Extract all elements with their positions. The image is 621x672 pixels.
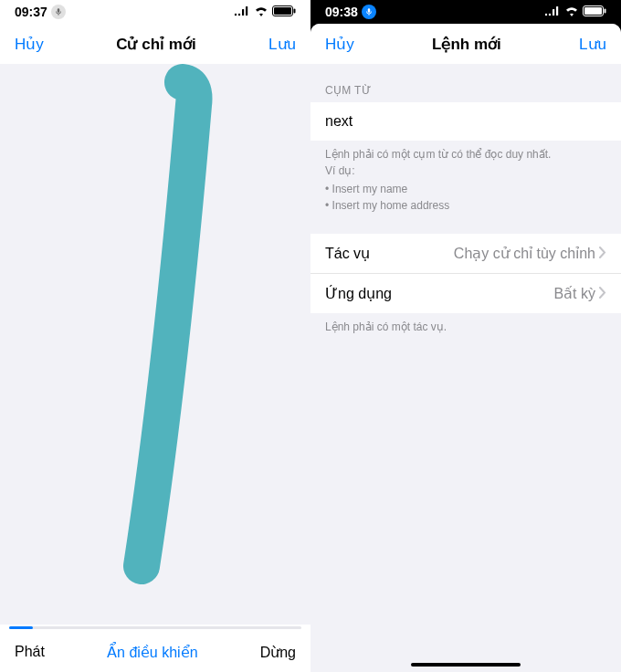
hint-line: Ví dụ: bbox=[325, 163, 606, 179]
footer-hint: Lệnh phải có một tác vụ. bbox=[310, 313, 621, 335]
application-row[interactable]: Ứng dụng Bất kỳ bbox=[310, 273, 621, 313]
phone-right: 09:38 Hủy Lệnh mới Lưu CỤM TỪ bbox=[310, 0, 621, 672]
phone-left: 09:37 Hủy Cử chỉ mới Lưu Ph bbox=[0, 0, 310, 672]
row-label: Tác vụ bbox=[325, 245, 370, 262]
cancel-button[interactable]: Hủy bbox=[15, 35, 44, 54]
section-header-phrase: CỤM TỪ bbox=[310, 64, 621, 102]
form-content: CỤM TỪ Lệnh phải có một cụm từ có thể đọ… bbox=[310, 64, 621, 672]
svg-rect-2 bbox=[242, 9, 244, 16]
gesture-stroke bbox=[0, 64, 310, 621]
hint-example: Insert my name bbox=[325, 181, 606, 197]
mic-icon bbox=[51, 5, 66, 19]
bottom-toolbar: Phát Ẩn điều khiển Dừng bbox=[0, 632, 310, 672]
progress-bar[interactable] bbox=[0, 625, 310, 632]
battery-icon bbox=[583, 5, 606, 19]
chevron-right-icon bbox=[599, 246, 606, 262]
svg-rect-6 bbox=[294, 9, 296, 14]
gesture-canvas[interactable] bbox=[0, 64, 310, 625]
phrase-hint: Lệnh phải có một cụm từ có thể đọc duy n… bbox=[310, 141, 621, 214]
hint-example: Insert my home address bbox=[325, 197, 606, 214]
svg-point-8 bbox=[549, 14, 551, 16]
hint-line: Lệnh phải có một cụm từ có thể đọc duy n… bbox=[325, 146, 606, 163]
action-row[interactable]: Tác vụ Chạy cử chỉ tùy chỉnh bbox=[310, 234, 621, 273]
svg-point-1 bbox=[238, 14, 240, 16]
signal-icon bbox=[544, 5, 561, 19]
svg-rect-10 bbox=[556, 6, 558, 16]
row-value: Bất kỳ bbox=[553, 285, 595, 302]
phrase-input[interactable] bbox=[325, 113, 606, 130]
wifi-icon bbox=[564, 5, 579, 19]
chevron-right-icon bbox=[599, 286, 606, 302]
phrase-input-row[interactable] bbox=[310, 102, 621, 141]
svg-rect-3 bbox=[246, 6, 247, 16]
status-bar: 09:38 bbox=[310, 0, 621, 24]
svg-rect-9 bbox=[553, 9, 554, 16]
mic-icon bbox=[362, 5, 376, 19]
svg-rect-12 bbox=[584, 7, 602, 15]
nav-title: Lệnh mới bbox=[432, 35, 501, 54]
settings-group: Tác vụ Chạy cử chỉ tùy chỉnh Ứng dụng Bấ… bbox=[310, 234, 621, 313]
nav-bar: Hủy Cử chỉ mới Lưu bbox=[0, 24, 310, 64]
save-button[interactable]: Lưu bbox=[579, 35, 606, 54]
svg-rect-5 bbox=[274, 7, 291, 15]
row-label: Ứng dụng bbox=[325, 285, 392, 302]
battery-icon bbox=[272, 5, 296, 19]
status-time: 09:37 bbox=[15, 5, 47, 19]
svg-rect-13 bbox=[605, 9, 606, 14]
svg-point-0 bbox=[235, 14, 237, 16]
play-button[interactable]: Phát bbox=[15, 644, 45, 660]
signal-icon bbox=[234, 5, 250, 19]
status-bar: 09:37 bbox=[0, 0, 310, 24]
cancel-button[interactable]: Hủy bbox=[325, 35, 354, 54]
home-indicator[interactable] bbox=[411, 663, 521, 667]
stop-button[interactable]: Dừng bbox=[260, 644, 296, 661]
svg-point-7 bbox=[545, 14, 547, 16]
nav-bar: Hủy Lệnh mới Lưu bbox=[310, 24, 621, 64]
status-time: 09:38 bbox=[325, 5, 358, 19]
hide-controls-button[interactable]: Ẩn điều khiển bbox=[107, 644, 198, 661]
row-value: Chạy cử chỉ tùy chỉnh bbox=[454, 245, 595, 262]
wifi-icon bbox=[254, 5, 268, 19]
nav-title: Cử chỉ mới bbox=[116, 35, 195, 54]
save-button[interactable]: Lưu bbox=[268, 35, 296, 54]
